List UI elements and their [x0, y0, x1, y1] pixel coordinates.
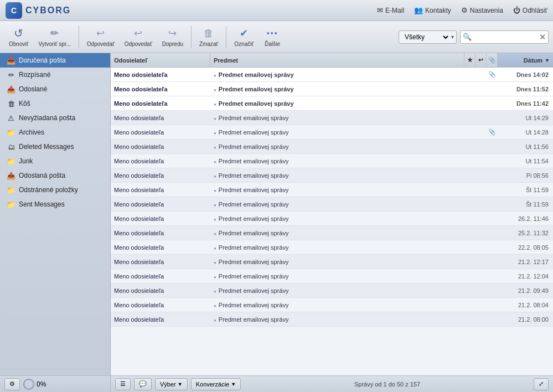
sidebar-item-trash[interactable]: 🗑 Kôš	[0, 96, 110, 111]
email-subject: ●Predmet emailovej správy	[210, 244, 464, 251]
mark-label: Označiť	[234, 41, 254, 47]
email-date: 26.2. 11:46	[498, 215, 553, 222]
reply-col-icon: ↩	[478, 56, 483, 64]
gear-settings-button[interactable]: ⚙	[4, 378, 20, 390]
topnav-settings[interactable]: ⚙ Nastavenia	[461, 6, 503, 14]
table-row[interactable]: Meno odosielateľa●Predmet emailovej sprá…	[111, 197, 553, 212]
bullet-icon: ●	[214, 275, 216, 280]
email-sender: Meno odosielateľa	[111, 287, 210, 294]
table-row[interactable]: Meno odosielateľa●Predmet emailovej sprá…	[111, 298, 553, 312]
email-sender: Meno odosielateľa	[111, 129, 210, 136]
replyall-button[interactable]: ↩ Odpovedať	[120, 24, 157, 49]
conv-view-button[interactable]: 💬	[134, 378, 152, 390]
sidebar-item-drafts[interactable]: ✏ Rozpísané	[0, 68, 110, 82]
sidebar-item-removed[interactable]: 📁 Odstránené položky	[0, 183, 110, 197]
topnav-logout[interactable]: ⏻ Odhlásiť	[513, 6, 547, 14]
conv-view-icon: 💬	[139, 380, 147, 388]
table-row[interactable]: Meno odosielateľa●Predmet emailovej sprá…	[111, 96, 553, 111]
table-row[interactable]: Meno odosielateľa●Predmet emailovej sprá…	[111, 212, 553, 226]
conv-mode-button[interactable]: Konverzácie ▼	[191, 378, 241, 390]
email-attachment: 📎	[487, 128, 498, 136]
email-subject: ●Predmet emailovej správy	[210, 100, 464, 107]
col-sender[interactable]: Odosielateľ	[111, 53, 210, 67]
mark-button[interactable]: ✔ Označiť	[230, 24, 258, 49]
bullet-icon: ●	[214, 174, 216, 179]
sidebar-deleted-label: Deleted Messages	[19, 143, 74, 151]
email-sender: Meno odosielateľa	[111, 172, 210, 179]
delete-button[interactable]: 🗑 Zmazať	[195, 24, 223, 49]
compose-button[interactable]: ✏ Vytvoriť spr...	[34, 24, 75, 49]
sidebar-item-spam[interactable]: ⚠ Nevyžiadaná pošta	[0, 111, 110, 125]
table-row[interactable]: Meno odosielateľa●Predmet emailovej sprá…	[111, 283, 553, 298]
sidebar-item-deleted[interactable]: 🗂 Deleted Messages	[0, 140, 110, 154]
reply-button[interactable]: ↩ Odpovedať	[82, 24, 119, 49]
table-row[interactable]: Meno odosielateľa●Predmet emailovej sprá…	[111, 168, 553, 183]
sent-icon: 📤	[7, 85, 15, 94]
table-row[interactable]: Meno odosielateľa●Predmet emailovej sprá…	[111, 82, 553, 96]
email-sender: Meno odosielateľa	[111, 86, 210, 92]
refresh-icon: ↺	[12, 27, 25, 40]
email-date: 22.2. 08:05	[498, 244, 553, 251]
email-sender: Meno odosielateľa	[111, 215, 210, 222]
table-row[interactable]: Meno odosielateľa●Predmet emailovej sprá…	[111, 255, 553, 269]
full-bottom: ⚙ 0% ☰ 💬 Výber ▼ Konverzácie ▼ Správy od…	[0, 375, 553, 392]
table-row[interactable]: Meno odosielateľa●Predmet emailovej sprá…	[111, 183, 553, 197]
sidebar-item-outbox[interactable]: 📤 Odoslaná pošta	[0, 168, 110, 183]
col-date-label: Dátum	[524, 57, 542, 64]
replyall-label: Odpovedať	[125, 41, 152, 47]
forward-button[interactable]: ↪ Dopredu	[158, 24, 188, 49]
table-row[interactable]: Meno odosielateľa●Predmet emailovej sprá…	[111, 125, 553, 140]
top-nav: ✉ E-Mail 👥 Kontakty ⚙ Nastavenia ⏻ Odhlá…	[377, 6, 547, 14]
bullet-icon: ●	[214, 289, 216, 294]
sidebar-item-archives[interactable]: 📁 Archives	[0, 125, 110, 140]
email-date: Št 11:59	[498, 201, 553, 208]
sidebar-item-junk[interactable]: 📁 Junk	[0, 154, 110, 168]
col-star[interactable]: ★	[464, 53, 476, 67]
table-row[interactable]: Meno odosielateľa●Predmet emailovej sprá…	[111, 269, 553, 283]
table-row[interactable]: Meno odosielateľa●Predmet emailovej sprá…	[111, 111, 553, 125]
bullet-icon: ●	[214, 87, 216, 92]
table-row[interactable]: Meno odosielateľa●Predmet emailovej sprá…	[111, 68, 553, 82]
table-row[interactable]: Meno odosielateľa●Predmet emailovej sprá…	[111, 312, 553, 327]
select-label: Výber	[160, 381, 176, 388]
topnav-email[interactable]: ✉ E-Mail	[377, 6, 404, 14]
filter-select[interactable]: Všetky Neprečítané Prečítané Označené	[400, 30, 450, 44]
bullet-icon: ●	[214, 102, 216, 107]
table-row[interactable]: Meno odosielateľa●Predmet emailovej sprá…	[111, 240, 553, 255]
mark-icon: ✔	[237, 27, 251, 40]
list-view-button[interactable]: ☰	[115, 378, 131, 390]
select-button[interactable]: Výber ▼	[155, 378, 188, 390]
progress-text: 0%	[37, 380, 46, 388]
col-attach[interactable]: 📎	[487, 53, 498, 67]
refresh-button[interactable]: ↺ Obnoviť	[4, 24, 33, 49]
search-clear-button[interactable]: ✕	[539, 33, 546, 42]
email-attachment: 📎	[487, 71, 498, 78]
col-subject[interactable]: Predmet	[210, 53, 464, 67]
email-sender: Meno odosielateľa	[111, 187, 210, 193]
toolbar-sep-3	[226, 26, 226, 48]
email-subject: ●Predmet emailovej správy	[210, 273, 464, 280]
email-bottom: ☰ 💬 Výber ▼ Konverzácie ▼ Správy od 1 do…	[111, 376, 553, 393]
sidebar-bottom: ⚙ 0%	[0, 376, 111, 393]
sidebar-item-sent[interactable]: 📤 Odoslané	[0, 82, 110, 96]
expand-button[interactable]: ⤢	[534, 378, 549, 390]
table-row[interactable]: Meno odosielateľa●Predmet emailovej sprá…	[111, 154, 553, 168]
table-row[interactable]: Meno odosielateľa●Predmet emailovej sprá…	[111, 226, 553, 240]
email-subject: ●Predmet emailovej správy	[210, 86, 464, 92]
more-button[interactable]: ••• Ďalšie	[259, 24, 286, 49]
sidebar-outbox-label: Odoslaná pošta	[19, 172, 65, 179]
sentmsg-icon: 📁	[7, 200, 15, 209]
sidebar-item-inbox[interactable]: 📥 Doručená pošta	[0, 53, 110, 68]
col-date[interactable]: Dátum ▼	[498, 53, 553, 67]
email-sender: Meno odosielateľa	[111, 244, 210, 251]
reply-icon: ↩	[94, 27, 107, 40]
col-reply[interactable]: ↩	[476, 53, 487, 67]
topnav-contacts[interactable]: 👥 Kontakty	[414, 6, 451, 14]
search-input[interactable]	[473, 33, 539, 41]
table-row[interactable]: Meno odosielateľa●Predmet emailovej sprá…	[111, 140, 553, 154]
email-date: 21.2. 08:00	[498, 316, 553, 323]
sidebar-item-sentmsg[interactable]: 📁 Sent Messages	[0, 197, 110, 212]
search-box: 🔍 ✕	[460, 30, 549, 44]
email-subject: ●Predmet emailovej správy	[210, 143, 464, 150]
email-subject: ●Predmet emailovej správy	[210, 316, 464, 323]
